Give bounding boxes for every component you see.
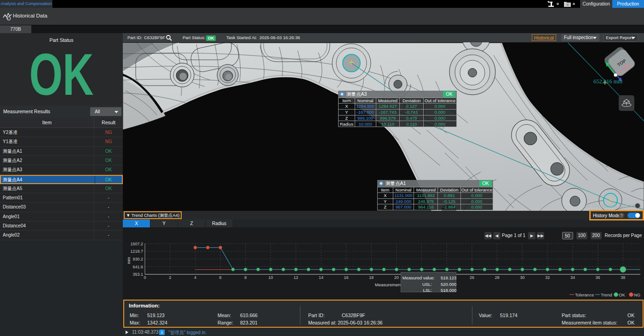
svg-text:641.6: 641.6 xyxy=(132,265,143,269)
svg-text:0: 0 xyxy=(144,275,146,280)
svg-text:930.2: 930.2 xyxy=(132,257,143,261)
svg-text:18: 18 xyxy=(369,275,374,280)
svg-text:Trend: Trend xyxy=(601,292,612,297)
svg-text:NG: NG xyxy=(634,292,640,297)
svg-text:2: 2 xyxy=(169,275,171,280)
svg-text:28: 28 xyxy=(495,275,500,280)
svg-text:30: 30 xyxy=(520,275,524,280)
svg-text:14: 14 xyxy=(319,275,323,280)
svg-text:1507.2: 1507.2 xyxy=(130,242,143,246)
svg-text:1218.7: 1218.7 xyxy=(130,249,143,254)
svg-text:353.1: 353.1 xyxy=(132,272,143,277)
svg-text:Tolerance: Tolerance xyxy=(575,292,594,297)
svg-text:10: 10 xyxy=(268,275,273,280)
svg-text:mm: mm xyxy=(126,257,131,264)
svg-text:12: 12 xyxy=(293,275,298,280)
svg-text:16: 16 xyxy=(344,275,349,280)
svg-text:OK: OK xyxy=(619,292,625,297)
svg-text:8: 8 xyxy=(244,275,247,280)
svg-text:6: 6 xyxy=(219,275,222,280)
svg-text:3D Visualization Operations: 3D Visualization Operations xyxy=(585,203,641,209)
svg-text:34: 34 xyxy=(570,275,575,280)
svg-text:32: 32 xyxy=(545,275,550,280)
svg-text:36: 36 xyxy=(596,275,600,280)
svg-text:652.016 mm: 652.016 mm xyxy=(593,78,622,85)
svg-text:26: 26 xyxy=(470,275,474,280)
svg-text:38: 38 xyxy=(621,275,625,280)
svg-text:4: 4 xyxy=(194,275,196,280)
